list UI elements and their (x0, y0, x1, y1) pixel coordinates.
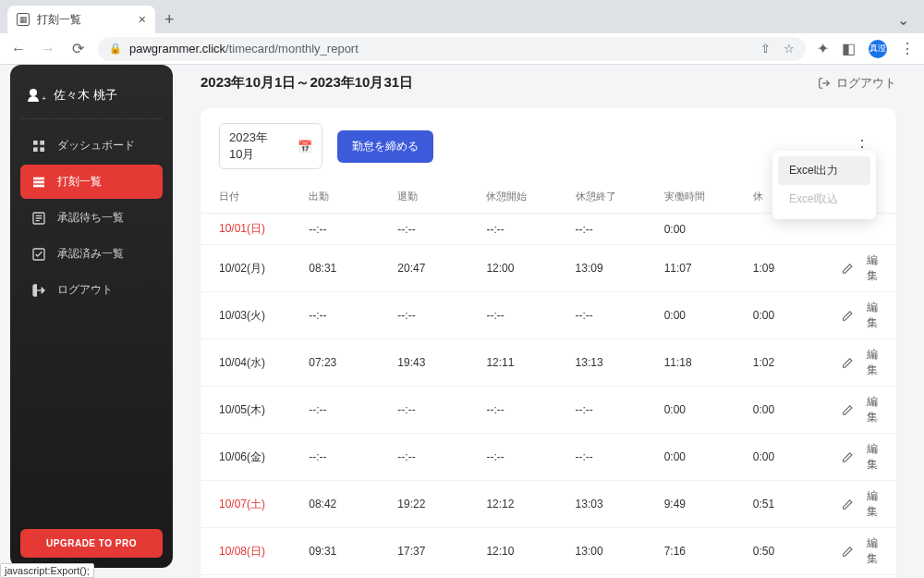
panel-icon[interactable]: ◧ (842, 40, 856, 57)
upgrade-button[interactable]: UPGRADE TO PRO (20, 529, 163, 558)
cell-break-start: 12:05 (486, 575, 575, 579)
cell-break: 0:51 (753, 481, 842, 528)
address-bar: ← → ⟳ 🔒 pawgrammer.click/timecard/monthl… (0, 33, 924, 65)
th-in: 出勤 (309, 182, 397, 214)
month-picker[interactable]: 2023年10月 📅 (219, 123, 322, 169)
edit-button[interactable]: 編集 (842, 441, 878, 473)
timecard-panel: 2023年10月 📅 勤怠を締める ⋮ Excel出力 Excel取込 日付 出… (201, 108, 896, 578)
excel-export-item[interactable]: Excel出力 (778, 156, 870, 185)
cell-actual: 7:16 (664, 528, 753, 575)
edit-label: 編集 (857, 252, 878, 284)
cell-break-start: 12:00 (486, 245, 575, 292)
url-input[interactable]: 🔒 pawgrammer.click/timecard/monthly_repo… (98, 37, 806, 61)
cell-date: 10/07(土) (201, 481, 309, 528)
edit-button[interactable]: 編集 (842, 394, 878, 425)
table-row: 10/08(日)09:3117:3712:1013:007:160:50編集 (201, 528, 896, 575)
cell-date: 10/02(月) (201, 245, 309, 292)
date-range-title: 2023年10月1日～2023年10月31日 (201, 74, 413, 92)
cell-break: 1:02 (753, 339, 842, 387)
status-tooltip: javascript:Export(); (0, 563, 94, 578)
table-row: 10/06(金)--:----:----:----:--0:000:00編集 (201, 434, 896, 481)
edit-button[interactable]: 編集 (842, 252, 878, 284)
edit-button[interactable]: 編集 (842, 488, 878, 520)
main-content: 2023年10月1日～2023年10月31日 ログアウト 2023年10月 📅 … (173, 65, 924, 578)
cell-edit: 編集 (842, 528, 896, 575)
cell-in: --:-- (309, 292, 397, 339)
rule-icon (31, 211, 46, 226)
cell-break-start: --:-- (486, 434, 575, 481)
tab-close-icon[interactable]: × (139, 12, 146, 27)
excel-import-item: Excel取込 (778, 185, 870, 214)
cell-in: --:-- (309, 434, 397, 481)
tab-title: 打刻一覧 (37, 12, 131, 28)
cell-out: --:-- (397, 292, 486, 339)
edit-button[interactable]: 編集 (842, 300, 878, 331)
cell-actual: 9:49 (664, 481, 753, 528)
reload-button[interactable]: ⟳ (68, 40, 87, 57)
profile-avatar[interactable]: 真澄 (869, 40, 887, 58)
sidebar-item-label: 承認待ち一覧 (57, 210, 124, 226)
chevron-down-icon[interactable]: ⌄ (897, 11, 909, 29)
cell-out: 19:43 (397, 339, 486, 387)
svg-rect-1 (40, 141, 44, 145)
cell-date: 10/09(月)スポーツの日 (201, 575, 309, 579)
back-button[interactable]: ← (9, 41, 28, 57)
table-row: 10/05(木)--:----:----:----:--0:000:00編集 (201, 387, 896, 434)
th-break-start: 休憩開始 (486, 182, 575, 214)
cell-break-end: 13:09 (576, 575, 664, 579)
table-row: 10/03(火)--:----:----:----:--0:000:00編集 (201, 292, 896, 339)
sidebar-item-list[interactable]: 打刻一覧 (20, 165, 163, 199)
cell-out: 17:37 (397, 528, 486, 575)
edit-label: 編集 (857, 535, 878, 567)
th-out: 退勤 (397, 182, 486, 214)
edit-label: 編集 (857, 488, 878, 520)
sidebar-item-dashboard[interactable]: ダッシュボード (20, 129, 163, 163)
favicon-icon: ▦ (17, 13, 30, 26)
cell-break-start: --:-- (486, 387, 575, 434)
cell-break-end: 13:13 (576, 339, 664, 387)
list-icon (31, 175, 46, 190)
logout-icon (818, 77, 831, 90)
browser-tab[interactable]: ▦ 打刻一覧 × (7, 6, 155, 33)
check-list-icon (31, 247, 46, 262)
table-row: 10/07(土)08:4219:2212:1213:039:490:51編集 (201, 481, 896, 528)
cell-break-end: --:-- (576, 214, 664, 245)
sidebar-item-logout[interactable]: ログアウト (20, 273, 163, 307)
pencil-icon (842, 357, 853, 369)
sidebar-item-rule[interactable]: 承認待ち一覧 (20, 201, 163, 235)
forward-button: → (39, 41, 57, 57)
sidebar-item-check-list[interactable]: 承認済み一覧 (20, 237, 163, 271)
cell-edit: 編集 (842, 245, 896, 292)
star-icon[interactable]: ☆ (784, 42, 795, 55)
pencil-icon (842, 451, 853, 463)
pencil-icon (842, 498, 853, 510)
extensions-icon[interactable]: ✦ (817, 40, 829, 57)
cell-out: --:-- (397, 214, 486, 245)
edit-label: 編集 (857, 394, 878, 425)
cell-break: 0:00 (753, 387, 842, 434)
new-tab-button[interactable]: + (164, 10, 175, 30)
logout-label: ログアウト (836, 75, 896, 92)
menu-icon[interactable]: ⋮ (900, 40, 915, 57)
edit-button[interactable]: 編集 (842, 347, 878, 378)
edit-label: 編集 (857, 300, 878, 331)
cell-break-end: --:-- (576, 434, 664, 481)
logout-link[interactable]: ログアウト (818, 75, 896, 92)
cell-actual: 11:07 (664, 245, 753, 292)
share-icon[interactable]: ⇧ (760, 42, 771, 55)
cell-break-start: 12:12 (486, 481, 575, 528)
cell-edit: 編集 (842, 434, 896, 481)
cell-actual: 0:00 (664, 387, 753, 434)
sidebar: + 佐々木 桃子 ダッシュボード打刻一覧承認待ち一覧承認済み一覧ログアウト UP… (10, 65, 173, 568)
cell-out: 20:47 (397, 245, 486, 292)
pencil-icon (842, 263, 853, 275)
cell-in: 09:31 (309, 528, 397, 575)
cell-out: 17:09 (397, 575, 486, 579)
cell-in: 08:42 (309, 481, 397, 528)
user-name: 佐々木 桃子 (54, 87, 117, 104)
url-path: /timecard/monthly_report (225, 42, 359, 55)
close-month-button[interactable]: 勤怠を締める (337, 130, 433, 163)
url-domain: pawgrammer.click (129, 42, 225, 55)
dashboard-icon (31, 139, 46, 154)
edit-button[interactable]: 編集 (842, 535, 878, 567)
